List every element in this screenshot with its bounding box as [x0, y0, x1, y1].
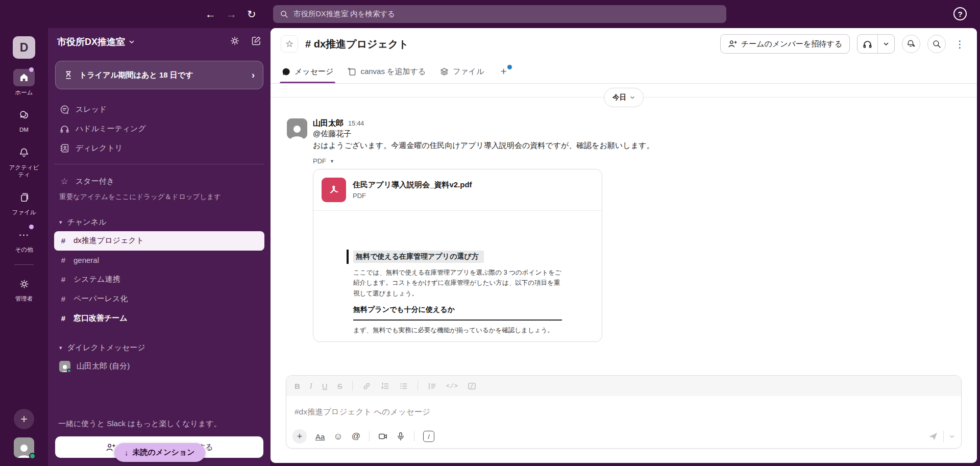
tab-add-canvas[interactable]: canvas を追加する: [348, 60, 426, 83]
pdf-preview[interactable]: 無料で使える在庫管理アプリの選び方 ここでは、無料で使える在庫管理アプリを選ぶ際…: [313, 210, 602, 341]
invite-hint: 一緒に使うと Slack はもっと楽しくなります。: [55, 418, 229, 436]
directory-icon: [59, 143, 69, 153]
channels-section-header[interactable]: ▾ チャンネル: [54, 214, 264, 231]
sidebar-item-label: スター付き: [76, 177, 114, 186]
tab-files[interactable]: ファイル: [440, 60, 484, 83]
composer-divider: [414, 431, 414, 442]
sidebar: 市役所DX推進室 トライアル期間はあと 18 日です › スレッド ハドルミーテ…: [48, 28, 271, 466]
channel-star-button[interactable]: ☆: [281, 35, 298, 53]
channel-item-madoguchi[interactable]: # 窓口改善チーム: [54, 309, 264, 328]
help-button[interactable]: ?: [953, 7, 967, 20]
channel-item-paperless[interactable]: # ペーパーレス化: [54, 289, 264, 309]
notifications-button[interactable]: [902, 35, 920, 53]
message-timestamp[interactable]: 15:44: [348, 120, 364, 127]
bold-button[interactable]: B: [295, 382, 300, 390]
dm-section-header[interactable]: ▾ ダイレクトメッセージ: [54, 339, 264, 357]
history-icon[interactable]: ↻: [247, 8, 256, 20]
more-notification-dot: [29, 225, 34, 229]
rail-label-dm: DM: [19, 126, 29, 133]
rail-item-activity[interactable]: アクティビティ: [8, 144, 40, 179]
channel-item-system[interactable]: # システム連携: [54, 270, 264, 289]
dm-item-self[interactable]: 山田太郎 (自分): [54, 357, 264, 376]
send-icon[interactable]: [928, 431, 938, 442]
create-new-button[interactable]: +: [14, 409, 34, 429]
caret-down-icon: ▼: [330, 159, 334, 164]
file-card-header: 住民アプリ導入説明会_資料v2.pdf PDF: [313, 169, 602, 210]
rail-item-home[interactable]: ホーム: [13, 69, 35, 96]
invite-members-label: チームのメンバーを招待する: [741, 39, 842, 49]
unread-mentions-pill[interactable]: ↓ 未読のメンション: [114, 443, 205, 462]
forward-icon[interactable]: →: [226, 8, 237, 20]
message-text: おはようございます。今週金曜の住民向けアプリ導入説明会の資料ですが、確認をお願い…: [313, 140, 654, 152]
rail-item-dm[interactable]: DM: [13, 106, 35, 133]
mention-button[interactable]: @: [352, 431, 360, 442]
huddle-button[interactable]: [857, 34, 895, 54]
sidebar-item-starred[interactable]: ☆ スター付き: [54, 171, 264, 191]
italic-button[interactable]: I: [310, 382, 312, 390]
underline-button[interactable]: U: [322, 382, 328, 390]
ordered-list-button[interactable]: [381, 382, 389, 390]
emoji-button[interactable]: ☺: [333, 431, 342, 442]
pdf-paragraph: ここでは、無料で使える在庫管理アプリを選ぶ際の 3 つのポイントをご紹介します。…: [353, 267, 562, 299]
unread-mentions-label: 未読のメンション: [133, 448, 195, 457]
file-name: 住民アプリ導入説明会_資料v2.pdf: [353, 180, 472, 190]
sidebar-header: 市役所DX推進室: [54, 28, 264, 56]
attachment-type-label: PDF: [313, 157, 326, 165]
back-icon[interactable]: ←: [205, 8, 216, 20]
rail-item-more[interactable]: ⋯ その他: [13, 226, 35, 253]
tab-messages[interactable]: メッセージ: [282, 60, 333, 83]
compose-icon[interactable]: [251, 36, 261, 48]
file-attachment-card[interactable]: 住民アプリ導入説明会_資料v2.pdf PDF 無料で使える在庫管理アプリの選び…: [313, 169, 602, 342]
rail-item-admin[interactable]: 管理者: [13, 275, 35, 302]
workspace-initial: D: [20, 41, 29, 55]
kebab-menu-icon[interactable]: ⋮: [953, 38, 967, 50]
message-input[interactable]: [286, 396, 961, 425]
shortcuts-button[interactable]: /: [423, 431, 434, 442]
formatting-toggle-button[interactable]: Aa: [315, 432, 325, 441]
sidebar-item-label: ハドルミーティング: [76, 124, 146, 134]
send-controls: [928, 431, 955, 442]
attachment-collapse-toggle[interactable]: PDF ▼: [313, 157, 654, 165]
code-block-button[interactable]: [468, 382, 476, 390]
strikethrough-button[interactable]: S: [337, 382, 342, 390]
pdf-subheading: 無料プランでも十分に使えるか: [353, 305, 562, 314]
star-icon: ☆: [285, 38, 293, 50]
blockquote-button[interactable]: [428, 382, 436, 390]
channel-title[interactable]: # dx推進プロジェクト: [305, 37, 409, 51]
send-options-chevron-icon[interactable]: [949, 433, 955, 439]
audio-clip-button[interactable]: [396, 432, 405, 441]
dm-section-label: ダイレクトメッセージ: [67, 343, 145, 353]
sidebar-item-directory[interactable]: ディレクトリ: [54, 138, 264, 158]
sidebar-item-huddles[interactable]: ハドルミーティング: [54, 119, 264, 138]
preferences-gear-icon[interactable]: [230, 36, 240, 48]
user-avatar[interactable]: [14, 437, 34, 458]
bullet-list-button[interactable]: [399, 382, 408, 390]
date-pill[interactable]: 今日: [604, 88, 644, 107]
rail-label-more: その他: [15, 246, 33, 253]
search-input[interactable]: 市役所DX推進室 内を検索する: [273, 5, 726, 23]
code-button[interactable]: </>: [446, 382, 458, 390]
channel-name: 窓口改善チーム: [74, 313, 128, 323]
rail-item-files[interactable]: ファイル: [12, 189, 36, 216]
presence-indicator: [29, 453, 36, 459]
file-type: PDF: [353, 192, 472, 200]
attach-plus-button[interactable]: +: [292, 429, 307, 444]
composer-actions: + Aa ☺ @ /: [286, 425, 961, 448]
link-button[interactable]: [362, 382, 371, 390]
home-icon: [13, 69, 35, 86]
star-icon: ☆: [59, 176, 69, 187]
workspace-switcher[interactable]: D: [13, 36, 35, 59]
video-clip-button[interactable]: [378, 432, 387, 441]
channel-item-general[interactable]: # general: [54, 251, 264, 270]
invite-members-button[interactable]: チームのメンバーを招待する: [720, 34, 850, 54]
workspace-menu[interactable]: 市役所DX推進室: [57, 36, 135, 48]
sidebar-item-threads[interactable]: スレッド: [54, 100, 264, 119]
huddle-chevron-icon[interactable]: [878, 35, 894, 53]
tab-add-button[interactable]: +: [499, 60, 509, 83]
message-avatar[interactable]: [287, 118, 307, 139]
message-author[interactable]: 山田太郎: [313, 118, 344, 128]
trial-banner[interactable]: トライアル期間はあと 18 日です ›: [55, 61, 263, 89]
channel-search-button[interactable]: [927, 35, 946, 53]
channel-item-dx[interactable]: # dx推進プロジェクト: [54, 231, 264, 251]
dm-name: 山田太郎 (自分): [77, 361, 130, 371]
